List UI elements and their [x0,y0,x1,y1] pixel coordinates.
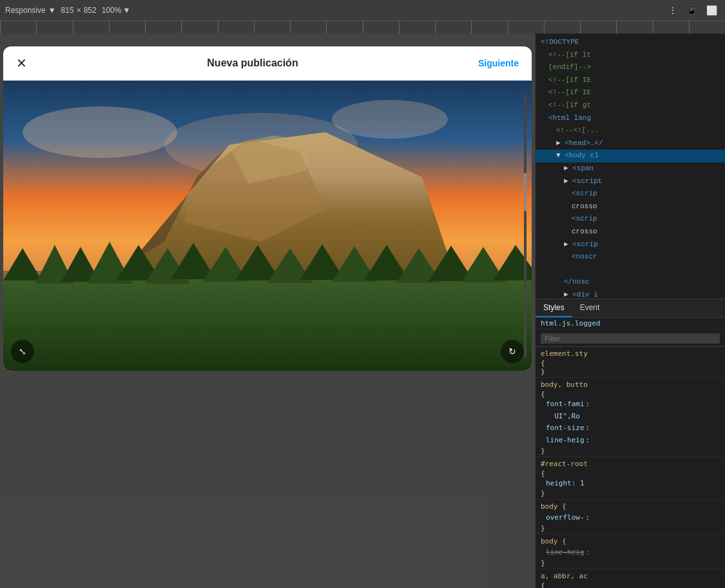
modal-overlay[interactable]: ✕ Nueva publicación Siguiente [0,34,535,588]
responsive-arrow: ▼ [48,6,56,15]
tab-styles[interactable]: Styles [536,299,572,317]
dimension-inputs: 815 × 852 [61,6,97,15]
zoom-arrow: ▼ [122,6,130,15]
styles-rule-body-button: body, butto { font-fami: UI",Ro font-siz… [536,378,725,457]
main-area: ✕ Nueva publicación Siguiente [0,34,725,588]
modal-scrollbar[interactable] [524,93,527,358]
styles-panel: html.js.logged element.sty { } body, but… [536,317,725,588]
zoom-level: 100% [102,6,122,15]
rotate-button[interactable]: ↻ [501,340,524,363]
viewport-height[interactable]: 852 [84,6,97,15]
zoom-dropdown[interactable]: 100% ▼ [102,6,131,15]
styles-filter[interactable] [536,329,725,347]
styles-rule-body-overflow: body { overflow-: } [536,500,725,534]
ruler-marks [0,21,725,34]
more-options-button[interactable]: ⋮ [666,4,680,17]
dom-comment-2[interactable]: [endif]--> [536,61,725,74]
dom-comment-5[interactable]: <!--[if gt [536,99,725,112]
modal-next-button[interactable]: Siguiente [478,58,519,68]
styles-rule-react-root: #react-root { height: 1 } [536,457,725,500]
element-label: html.js.logged [536,318,725,329]
dom-tree: <!DOCTYPE <!--[if lt [endif]--> <!--[if … [536,34,725,299]
modal-header: ✕ Nueva publicación Siguiente [3,46,532,81]
styles-rule-body-lineheight: body { line-heig: } [536,534,725,569]
landscape-image [3,81,532,371]
dom-comment-1[interactable]: <!--[if lt [536,49,725,62]
dom-scrip-1[interactable]: <scrip [536,188,725,201]
dom-span[interactable]: ► <span [536,162,725,175]
dom-crosso-1[interactable]: crosso [536,201,725,213]
dom-empty [536,264,725,277]
dom-script-toggle[interactable]: ► <scrip [536,239,725,251]
tab-event[interactable]: Event [572,299,608,317]
modal-scrollbar-thumb [524,173,527,211]
dom-crosso-2[interactable]: crosso [536,226,725,239]
new-post-modal: ✕ Nueva publicación Siguiente [3,46,532,371]
dom-div[interactable]: ► <div i [536,289,725,299]
devtools-panel: <!DOCTYPE <!--[if lt [endif]--> <!--[if … [535,34,725,588]
modal-body: ⤡ ↻ [3,81,532,371]
styles-rule-a-abbr: a, abbr, ac { blockquote, h2, h3, m4,m l… [536,569,725,588]
dom-noscript[interactable]: <noscr [536,251,725,264]
dom-head-toggle[interactable]: ► <head>…</ [536,137,725,150]
modal-title: Nueva publicación [207,57,298,69]
viewport-width[interactable]: 815 [61,6,74,15]
modal-bottom-controls: ⤡ ↻ [11,340,524,363]
svg-point-1 [23,106,177,158]
modal-image-area: ⤡ ↻ [3,81,532,371]
devtools-tabs: Styles Event [536,299,725,317]
styles-rule-element: element.sty { } [536,347,725,378]
toolbar-icons: ⋮ 📱 ⬜ [666,4,720,17]
responsive-dropdown[interactable]: Responsive ▼ [5,6,56,15]
dom-doctype[interactable]: <!DOCTYPE [536,36,725,49]
browser-panel: ✕ Nueva publicación Siguiente [0,34,535,588]
dom-body-toggle[interactable]: ▼ <body cl [536,150,725,162]
responsive-label: Responsive [5,6,46,15]
dom-comment-cdata[interactable]: <!--<![... [536,124,725,137]
device-mode-button[interactable]: 📱 [684,4,700,17]
dock-button[interactable]: ⬜ [704,4,720,17]
dom-comment-4[interactable]: <!--[if IE [536,86,725,99]
cross-icon: × [77,6,81,15]
dom-scrip-2[interactable]: <scrip [536,213,725,226]
dom-script-1[interactable]: ► <script [536,175,725,188]
dom-noscript-close[interactable]: </nosc [536,276,725,289]
dom-comment-3[interactable]: <!--[if IE [536,74,725,87]
ruler [0,21,725,34]
dom-html-tag[interactable]: <html lang [536,112,725,125]
devtools-toolbar: Responsive ▼ 815 × 852 100% ▼ ⋮ 📱 ⬜ [0,0,725,21]
filter-input[interactable] [541,333,720,344]
modal-close-button[interactable]: ✕ [16,57,27,70]
expand-button[interactable]: ⤡ [11,340,34,363]
